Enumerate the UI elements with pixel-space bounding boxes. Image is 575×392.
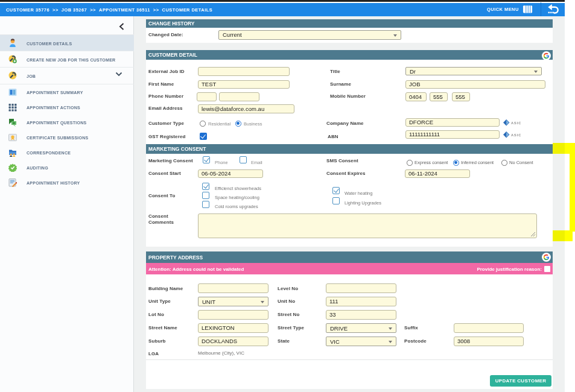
svg-text:ASIC: ASIC: [511, 121, 521, 125]
svg-text:ASIC: ASIC: [511, 133, 521, 137]
